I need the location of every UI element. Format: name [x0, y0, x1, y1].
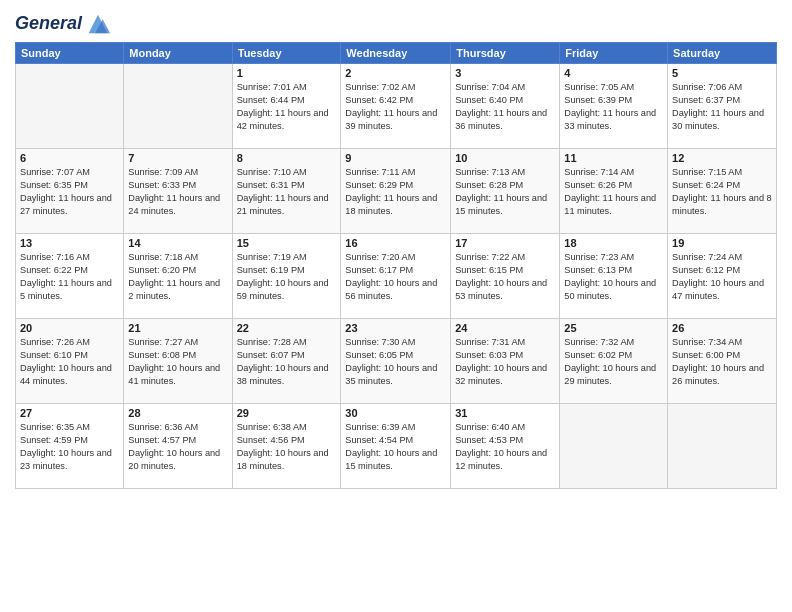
day-number: 16 [345, 237, 446, 249]
col-monday: Monday [124, 43, 232, 64]
day-number: 24 [455, 322, 555, 334]
calendar-table: Sunday Monday Tuesday Wednesday Thursday… [15, 42, 777, 489]
day-info: Sunrise: 7:27 AMSunset: 6:08 PMDaylight:… [128, 336, 227, 388]
day-info: Sunrise: 7:22 AMSunset: 6:15 PMDaylight:… [455, 251, 555, 303]
day-info: Sunrise: 7:05 AMSunset: 6:39 PMDaylight:… [564, 81, 663, 133]
calendar-cell: 27Sunrise: 6:35 AMSunset: 4:59 PMDayligh… [16, 404, 124, 489]
day-info: Sunrise: 7:19 AMSunset: 6:19 PMDaylight:… [237, 251, 337, 303]
calendar-cell: 12Sunrise: 7:15 AMSunset: 6:24 PMDayligh… [668, 149, 777, 234]
day-number: 6 [20, 152, 119, 164]
calendar-cell: 1Sunrise: 7:01 AMSunset: 6:44 PMDaylight… [232, 64, 341, 149]
day-number: 21 [128, 322, 227, 334]
day-number: 25 [564, 322, 663, 334]
calendar-cell: 16Sunrise: 7:20 AMSunset: 6:17 PMDayligh… [341, 234, 451, 319]
logo-icon [84, 10, 112, 38]
day-info: Sunrise: 7:11 AMSunset: 6:29 PMDaylight:… [345, 166, 446, 218]
calendar-cell: 4Sunrise: 7:05 AMSunset: 6:39 PMDaylight… [560, 64, 668, 149]
calendar-cell: 6Sunrise: 7:07 AMSunset: 6:35 PMDaylight… [16, 149, 124, 234]
day-number: 12 [672, 152, 772, 164]
day-info: Sunrise: 7:06 AMSunset: 6:37 PMDaylight:… [672, 81, 772, 133]
calendar-week-row: 1Sunrise: 7:01 AMSunset: 6:44 PMDaylight… [16, 64, 777, 149]
day-info: Sunrise: 7:13 AMSunset: 6:28 PMDaylight:… [455, 166, 555, 218]
col-friday: Friday [560, 43, 668, 64]
day-info: Sunrise: 7:30 AMSunset: 6:05 PMDaylight:… [345, 336, 446, 388]
header: General [15, 10, 777, 34]
calendar-cell: 8Sunrise: 7:10 AMSunset: 6:31 PMDaylight… [232, 149, 341, 234]
day-info: Sunrise: 6:40 AMSunset: 4:53 PMDaylight:… [455, 421, 555, 473]
day-number: 3 [455, 67, 555, 79]
calendar-cell: 15Sunrise: 7:19 AMSunset: 6:19 PMDayligh… [232, 234, 341, 319]
day-number: 17 [455, 237, 555, 249]
calendar-cell: 7Sunrise: 7:09 AMSunset: 6:33 PMDaylight… [124, 149, 232, 234]
day-number: 20 [20, 322, 119, 334]
day-number: 1 [237, 67, 337, 79]
day-info: Sunrise: 6:38 AMSunset: 4:56 PMDaylight:… [237, 421, 337, 473]
day-number: 5 [672, 67, 772, 79]
day-info: Sunrise: 7:15 AMSunset: 6:24 PMDaylight:… [672, 166, 772, 218]
calendar-cell: 31Sunrise: 6:40 AMSunset: 4:53 PMDayligh… [451, 404, 560, 489]
day-number: 15 [237, 237, 337, 249]
day-number: 29 [237, 407, 337, 419]
day-info: Sunrise: 7:01 AMSunset: 6:44 PMDaylight:… [237, 81, 337, 133]
logo-text: General [15, 14, 82, 34]
day-number: 4 [564, 67, 663, 79]
day-number: 11 [564, 152, 663, 164]
calendar-cell [560, 404, 668, 489]
day-info: Sunrise: 7:26 AMSunset: 6:10 PMDaylight:… [20, 336, 119, 388]
day-info: Sunrise: 6:36 AMSunset: 4:57 PMDaylight:… [128, 421, 227, 473]
calendar-cell: 29Sunrise: 6:38 AMSunset: 4:56 PMDayligh… [232, 404, 341, 489]
day-info: Sunrise: 7:32 AMSunset: 6:02 PMDaylight:… [564, 336, 663, 388]
logo: General [15, 10, 112, 34]
calendar-cell: 25Sunrise: 7:32 AMSunset: 6:02 PMDayligh… [560, 319, 668, 404]
calendar-cell [668, 404, 777, 489]
calendar-cell: 30Sunrise: 6:39 AMSunset: 4:54 PMDayligh… [341, 404, 451, 489]
calendar-cell: 10Sunrise: 7:13 AMSunset: 6:28 PMDayligh… [451, 149, 560, 234]
page: General Sunday Monday Tuesday Wednes [0, 0, 792, 612]
day-info: Sunrise: 7:18 AMSunset: 6:20 PMDaylight:… [128, 251, 227, 303]
col-thursday: Thursday [451, 43, 560, 64]
day-info: Sunrise: 6:39 AMSunset: 4:54 PMDaylight:… [345, 421, 446, 473]
calendar-cell [124, 64, 232, 149]
calendar-cell: 24Sunrise: 7:31 AMSunset: 6:03 PMDayligh… [451, 319, 560, 404]
calendar-cell: 17Sunrise: 7:22 AMSunset: 6:15 PMDayligh… [451, 234, 560, 319]
day-number: 14 [128, 237, 227, 249]
calendar-cell: 3Sunrise: 7:04 AMSunset: 6:40 PMDaylight… [451, 64, 560, 149]
calendar-week-row: 13Sunrise: 7:16 AMSunset: 6:22 PMDayligh… [16, 234, 777, 319]
calendar-cell: 18Sunrise: 7:23 AMSunset: 6:13 PMDayligh… [560, 234, 668, 319]
calendar-cell: 11Sunrise: 7:14 AMSunset: 6:26 PMDayligh… [560, 149, 668, 234]
calendar-cell [16, 64, 124, 149]
calendar-cell: 26Sunrise: 7:34 AMSunset: 6:00 PMDayligh… [668, 319, 777, 404]
day-number: 31 [455, 407, 555, 419]
calendar-week-row: 27Sunrise: 6:35 AMSunset: 4:59 PMDayligh… [16, 404, 777, 489]
day-number: 8 [237, 152, 337, 164]
calendar-cell: 22Sunrise: 7:28 AMSunset: 6:07 PMDayligh… [232, 319, 341, 404]
col-sunday: Sunday [16, 43, 124, 64]
day-info: Sunrise: 7:02 AMSunset: 6:42 PMDaylight:… [345, 81, 446, 133]
calendar-header-row: Sunday Monday Tuesday Wednesday Thursday… [16, 43, 777, 64]
day-info: Sunrise: 6:35 AMSunset: 4:59 PMDaylight:… [20, 421, 119, 473]
calendar-cell: 19Sunrise: 7:24 AMSunset: 6:12 PMDayligh… [668, 234, 777, 319]
day-info: Sunrise: 7:20 AMSunset: 6:17 PMDaylight:… [345, 251, 446, 303]
day-number: 7 [128, 152, 227, 164]
calendar-week-row: 20Sunrise: 7:26 AMSunset: 6:10 PMDayligh… [16, 319, 777, 404]
day-info: Sunrise: 7:07 AMSunset: 6:35 PMDaylight:… [20, 166, 119, 218]
calendar-cell: 21Sunrise: 7:27 AMSunset: 6:08 PMDayligh… [124, 319, 232, 404]
day-info: Sunrise: 7:28 AMSunset: 6:07 PMDaylight:… [237, 336, 337, 388]
day-number: 19 [672, 237, 772, 249]
day-number: 28 [128, 407, 227, 419]
calendar-week-row: 6Sunrise: 7:07 AMSunset: 6:35 PMDaylight… [16, 149, 777, 234]
day-number: 2 [345, 67, 446, 79]
col-saturday: Saturday [668, 43, 777, 64]
day-number: 13 [20, 237, 119, 249]
day-number: 30 [345, 407, 446, 419]
calendar-cell: 13Sunrise: 7:16 AMSunset: 6:22 PMDayligh… [16, 234, 124, 319]
day-number: 27 [20, 407, 119, 419]
day-info: Sunrise: 7:10 AMSunset: 6:31 PMDaylight:… [237, 166, 337, 218]
calendar-cell: 23Sunrise: 7:30 AMSunset: 6:05 PMDayligh… [341, 319, 451, 404]
day-info: Sunrise: 7:09 AMSunset: 6:33 PMDaylight:… [128, 166, 227, 218]
col-wednesday: Wednesday [341, 43, 451, 64]
col-tuesday: Tuesday [232, 43, 341, 64]
day-info: Sunrise: 7:24 AMSunset: 6:12 PMDaylight:… [672, 251, 772, 303]
day-info: Sunrise: 7:04 AMSunset: 6:40 PMDaylight:… [455, 81, 555, 133]
day-number: 26 [672, 322, 772, 334]
